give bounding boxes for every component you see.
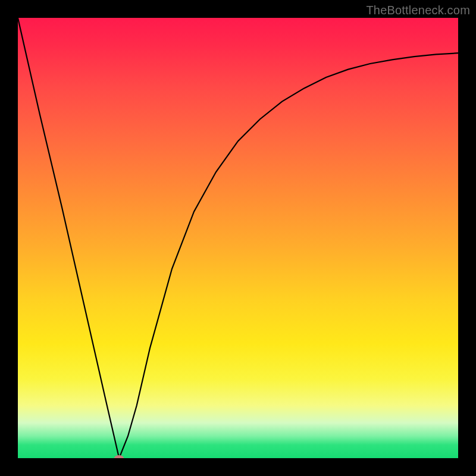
bottleneck-curve-path	[18, 18, 458, 458]
optimal-point-marker	[114, 455, 124, 458]
chart-frame: TheBottleneck.com	[0, 0, 476, 476]
attribution-text: TheBottleneck.com	[366, 4, 470, 17]
curve-layer	[18, 18, 458, 458]
plot-area	[18, 18, 458, 458]
